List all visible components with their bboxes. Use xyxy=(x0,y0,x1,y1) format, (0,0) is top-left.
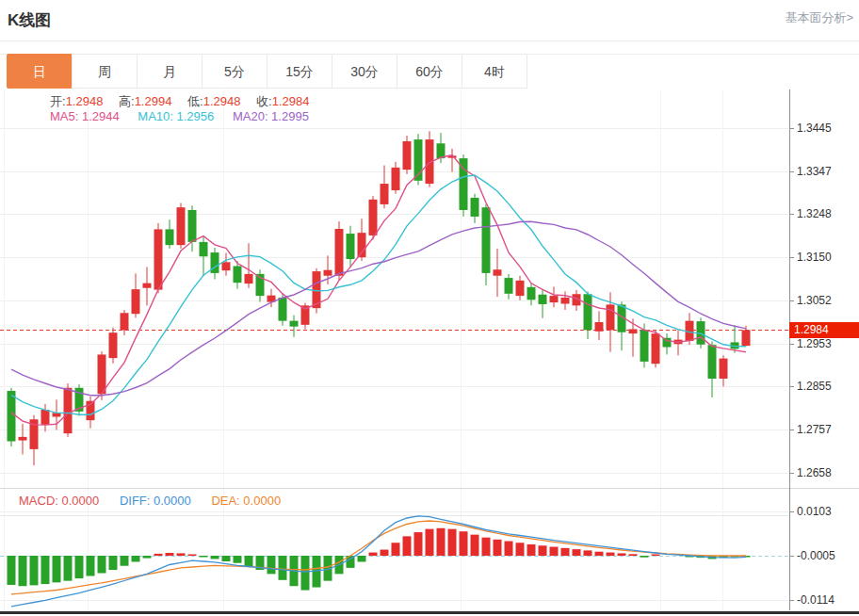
macd-bar xyxy=(584,550,592,556)
macd-bar xyxy=(403,536,412,556)
dea-legend-value: DEA: 0.0000 xyxy=(211,494,281,508)
candle-body xyxy=(595,322,604,332)
ma20-legend-value: MA20: 1.2995 xyxy=(233,109,309,123)
ma10-line xyxy=(11,175,746,414)
macd-bar xyxy=(154,554,163,556)
macd-bar xyxy=(75,556,84,578)
macd-bar xyxy=(539,545,547,556)
candle-body xyxy=(347,234,355,259)
macd-bar xyxy=(426,529,434,556)
axis-tick-label: 1.3248 xyxy=(797,207,857,220)
macd-bar xyxy=(234,556,242,563)
candle-body xyxy=(8,391,16,441)
macd-bar xyxy=(392,543,400,556)
macd-bar xyxy=(121,556,129,566)
macd-bar xyxy=(98,556,106,573)
macd-bar xyxy=(460,531,468,556)
macd-bar xyxy=(177,553,186,556)
candle-body xyxy=(121,313,129,330)
macd-bar xyxy=(652,555,660,557)
axis-tick-label: 1.2757 xyxy=(797,423,857,436)
high-value: 1.2994 xyxy=(135,94,172,108)
candle-body xyxy=(358,233,366,257)
candle-body xyxy=(708,345,717,379)
macd-bar xyxy=(143,556,152,559)
macd-bar xyxy=(573,549,581,556)
candle-body xyxy=(437,143,446,158)
macd-bar xyxy=(53,556,61,582)
macd-bar xyxy=(19,556,27,586)
axis-tick-label: 1.2658 xyxy=(797,466,857,479)
candle-body xyxy=(19,437,27,441)
macd-bar xyxy=(369,553,378,556)
candle-body xyxy=(177,207,186,245)
macd-bar xyxy=(30,556,39,585)
macd-legend: MACD: 0.0000 DIFF: 0.0000 DEA: 0.0000 xyxy=(19,494,298,508)
axis-tick-label: 1.3052 xyxy=(797,294,857,307)
candle-body xyxy=(640,330,649,361)
candle-body xyxy=(245,274,253,284)
ma-legend: MA5: 1.2944 MA10: 1.2956 MA20: 1.2995 xyxy=(50,109,324,123)
high-label: 高: xyxy=(119,94,135,108)
axis-tick-label: 1.3445 xyxy=(797,122,857,135)
candle-body xyxy=(290,321,299,327)
low-label: 低: xyxy=(187,94,203,108)
candle-body xyxy=(64,388,73,433)
candle-body xyxy=(403,141,412,170)
macd-bar xyxy=(87,556,95,576)
candle-body xyxy=(607,304,615,330)
ma10-legend-value: MA10: 1.2956 xyxy=(138,109,214,123)
candle-body xyxy=(132,289,140,314)
candle-body xyxy=(324,270,332,276)
macd-bar xyxy=(109,556,118,570)
close-label: 收: xyxy=(256,94,272,108)
macd-bar xyxy=(8,556,16,585)
axis-tick-label: 0.0103 xyxy=(797,505,857,518)
macd-bar xyxy=(381,550,389,556)
macd-bar xyxy=(279,556,287,580)
candle-body xyxy=(200,242,208,256)
candle-body xyxy=(279,298,287,321)
candle-body xyxy=(143,284,152,288)
macd-bar xyxy=(471,535,479,556)
ma5-legend-value: MA5: 1.2944 xyxy=(50,109,120,123)
candle-body xyxy=(41,410,50,425)
ohlc-legend: 开:1.2948 高:1.2994 低:1.2948 收:1.2984 xyxy=(50,93,321,110)
open-value: 1.2948 xyxy=(66,94,104,108)
diff-legend-value: DIFF: 0.0000 xyxy=(120,494,191,508)
candle-body xyxy=(720,359,728,379)
macd-bar xyxy=(200,556,208,558)
macd-bar xyxy=(132,556,140,561)
candle-body xyxy=(494,269,502,276)
candle-body xyxy=(188,210,197,242)
macd-bar xyxy=(166,553,174,556)
candle-body xyxy=(98,354,106,394)
axis-tick-label: -0.0005 xyxy=(797,549,857,562)
close-value: 1.2984 xyxy=(272,94,310,108)
ma5-line xyxy=(11,155,746,426)
macd-bar xyxy=(448,529,457,556)
candle-body xyxy=(742,330,751,346)
axis-tick-label: 1.3347 xyxy=(797,165,857,178)
candle-body xyxy=(109,332,118,358)
candle-body xyxy=(335,229,344,276)
candle-body xyxy=(482,207,491,273)
macd-bar xyxy=(640,556,649,558)
candle-body xyxy=(392,168,400,190)
candle-body xyxy=(222,262,231,270)
macd-bar xyxy=(41,556,50,584)
kline-widget: K线图 基本面分析> 日周月5分15分30分60分4时 开:1.2948 高:1… xyxy=(0,0,859,616)
candle-body xyxy=(166,229,174,245)
macd-bar xyxy=(64,556,73,581)
bottom-border xyxy=(0,611,859,614)
macd-bar xyxy=(595,552,604,556)
low-value: 1.2948 xyxy=(203,94,241,108)
macd-bar xyxy=(211,556,219,559)
macd-bar xyxy=(607,553,615,556)
axis-tick-label: 1.2953 xyxy=(797,337,857,350)
macd-bar xyxy=(358,556,366,561)
macd-bar xyxy=(505,542,513,556)
candle-body xyxy=(471,198,479,217)
macd-bar xyxy=(629,554,638,556)
open-label: 开: xyxy=(50,94,66,108)
